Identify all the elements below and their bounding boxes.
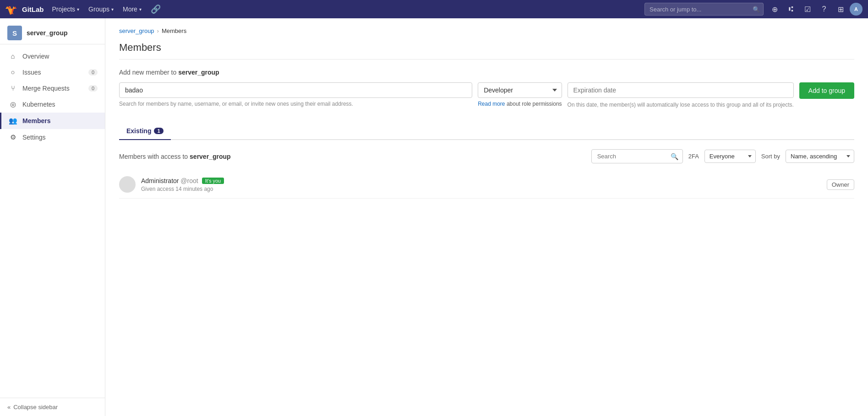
nav-groups[interactable]: Groups ▾ bbox=[84, 0, 118, 18]
tabs: Existing 1 bbox=[119, 123, 854, 140]
settings-icon: ⚙ bbox=[9, 133, 17, 141]
sort-label: Sort by bbox=[761, 153, 780, 160]
member-username: @root bbox=[180, 177, 198, 184]
add-member-form: Search for members by name, username, or… bbox=[119, 82, 854, 109]
collapse-sidebar-button[interactable]: « Collapse sidebar bbox=[0, 398, 105, 416]
group-avatar: S bbox=[7, 26, 22, 40]
table-row: Administrator @root It's you Given acces… bbox=[119, 171, 854, 199]
gitlab-brand[interactable]: GitLab bbox=[5, 3, 44, 16]
member-info: Administrator @root It's you Given acces… bbox=[141, 177, 821, 192]
sidebar-item-settings[interactable]: ⚙ Settings bbox=[0, 129, 105, 146]
member-search-wrap: Search for members by name, username, or… bbox=[119, 82, 472, 107]
user-settings-icon[interactable]: ⊞ bbox=[833, 2, 848, 16]
expiry-hint: On this date, the member(s) will automat… bbox=[568, 101, 794, 109]
chevrons-left-icon: « bbox=[7, 404, 11, 411]
help-icon[interactable]: ? bbox=[817, 2, 831, 16]
members-list: Administrator @root It's you Given acces… bbox=[119, 171, 854, 199]
add-member-section: Add new member to server_group Search fo… bbox=[119, 69, 854, 109]
new-item-button[interactable]: ⊕ bbox=[767, 2, 782, 16]
sidebar-header: S server_group bbox=[0, 18, 105, 44]
sidebar-item-merge-requests-label: Merge Requests bbox=[22, 85, 70, 92]
member-name-row: Administrator @root It's you bbox=[141, 177, 821, 184]
collapse-sidebar-label: Collapse sidebar bbox=[13, 404, 58, 411]
kubernetes-icon: ◎ bbox=[9, 100, 17, 108]
snippet-icon: 🔗 bbox=[151, 4, 161, 14]
sidebar-item-issues-label: Issues bbox=[22, 69, 41, 76]
members-icon: 👥 bbox=[9, 117, 17, 125]
main-layout: S server_group ⌂ Overview ○ Issues 0 ⑂ M… bbox=[0, 18, 868, 416]
sidebar-item-overview-label: Overview bbox=[22, 53, 49, 60]
page-title: Members bbox=[119, 42, 854, 59]
member-role: Owner bbox=[827, 179, 854, 190]
navbar-icons: ⊕ ⑆ ☑ ? ⊞ A bbox=[767, 2, 863, 16]
tab-existing-badge: 1 bbox=[154, 128, 163, 134]
sidebar-item-members[interactable]: 👥 Members bbox=[0, 113, 105, 129]
more-chevron-icon: ▾ bbox=[139, 7, 142, 12]
sidebar-item-issues[interactable]: ○ Issues 0 bbox=[0, 64, 105, 80]
role-help-link[interactable]: Read more bbox=[478, 101, 505, 107]
main-content: server_group › Members Members Add new m… bbox=[105, 18, 868, 416]
breadcrumb-current: Members bbox=[162, 27, 186, 34]
members-search-wrap: 🔍 bbox=[591, 149, 683, 163]
member-search-input[interactable] bbox=[119, 82, 472, 98]
member-name: Administrator @root bbox=[141, 177, 198, 184]
brand-name: GitLab bbox=[22, 5, 44, 13]
home-icon: ⌂ bbox=[9, 52, 17, 60]
sidebar-item-merge-requests[interactable]: ⑂ Merge Requests 0 bbox=[0, 80, 105, 96]
projects-chevron-icon: ▾ bbox=[77, 7, 79, 12]
avatar bbox=[119, 176, 136, 193]
merge-requests-badge: 0 bbox=[88, 85, 98, 92]
existing-section: Existing 1 Members with access to server… bbox=[119, 123, 854, 199]
role-select[interactable]: Guest Reporter Developer Maintainer Owne… bbox=[478, 82, 562, 98]
breadcrumb: server_group › Members bbox=[119, 27, 854, 34]
sidebar-item-overview[interactable]: ⌂ Overview bbox=[0, 48, 105, 64]
role-help: Read more about role permissions bbox=[478, 101, 562, 107]
sort-select[interactable]: Name, ascending Name, descending Last jo… bbox=[786, 150, 854, 163]
breadcrumb-separator: › bbox=[157, 27, 159, 34]
todo-icon[interactable]: ☑ bbox=[800, 2, 815, 16]
sidebar-item-settings-label: Settings bbox=[22, 134, 46, 141]
sidebar-item-kubernetes[interactable]: ◎ Kubernetes bbox=[0, 96, 105, 113]
sidebar: S server_group ⌂ Overview ○ Issues 0 ⑂ M… bbox=[0, 18, 105, 416]
navbar: GitLab Projects ▾ Groups ▾ More ▾ 🔗 🔍 ⊕ … bbox=[0, 0, 868, 18]
breadcrumb-parent-link[interactable]: server_group bbox=[119, 27, 154, 34]
twofa-label: 2FA bbox=[688, 153, 699, 160]
groups-chevron-icon: ▾ bbox=[111, 7, 114, 12]
members-filter-bar: Members with access to server_group 🔍 2F… bbox=[119, 149, 854, 163]
expiry-wrap: On this date, the member(s) will automat… bbox=[568, 82, 794, 109]
tab-existing-label: Existing bbox=[126, 127, 151, 135]
twofa-filter-select[interactable]: Everyone 2FA enabled 2FA disabled bbox=[704, 150, 756, 163]
nav-projects[interactable]: Projects ▾ bbox=[48, 0, 84, 18]
search-icon: 🔍 bbox=[753, 6, 760, 13]
role-select-wrap: Guest Reporter Developer Maintainer Owne… bbox=[478, 82, 562, 107]
add-to-group-button[interactable]: Add to group bbox=[799, 82, 854, 99]
global-search-input[interactable] bbox=[644, 3, 764, 16]
issues-badge: 0 bbox=[88, 69, 98, 76]
tab-existing[interactable]: Existing 1 bbox=[119, 123, 171, 140]
member-access-time: Given access 14 minutes ago bbox=[141, 186, 821, 192]
members-search-input[interactable] bbox=[591, 149, 683, 163]
sidebar-item-kubernetes-label: Kubernetes bbox=[22, 101, 55, 108]
expiry-input[interactable] bbox=[568, 82, 794, 98]
its-you-badge: It's you bbox=[202, 178, 224, 184]
issues-icon: ○ bbox=[9, 68, 17, 76]
members-search-icon: 🔍 bbox=[671, 153, 678, 160]
sidebar-nav: ⌂ Overview ○ Issues 0 ⑂ Merge Requests 0… bbox=[0, 44, 105, 398]
sidebar-item-members-label: Members bbox=[22, 117, 50, 124]
nav-snippet[interactable]: 🔗 bbox=[146, 0, 165, 18]
merge-requests-icon[interactable]: ⑆ bbox=[784, 2, 798, 16]
global-search-wrap: 🔍 bbox=[644, 3, 764, 16]
member-search-hint: Search for members by name, username, or… bbox=[119, 101, 472, 107]
sidebar-group-name: server_group bbox=[27, 29, 67, 37]
user-avatar[interactable]: A bbox=[850, 3, 863, 16]
nav-more[interactable]: More ▾ bbox=[118, 0, 146, 18]
members-with-access-title: Members with access to server_group bbox=[119, 153, 586, 160]
merge-requests-nav-icon: ⑂ bbox=[9, 84, 17, 92]
add-member-label: Add new member to server_group bbox=[119, 69, 854, 76]
